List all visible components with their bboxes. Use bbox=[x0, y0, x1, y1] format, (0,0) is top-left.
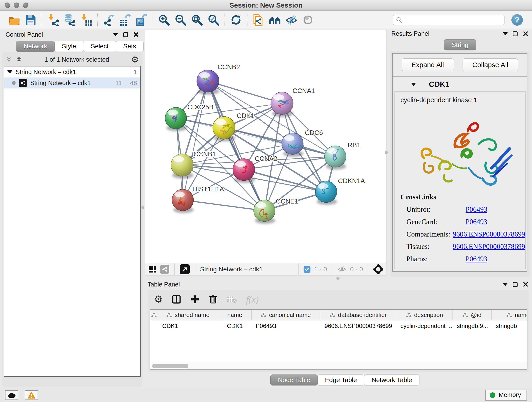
column-database-identifier[interactable]: database identifier bbox=[320, 310, 396, 320]
show-columns-icon[interactable] bbox=[172, 295, 181, 304]
tab-network[interactable]: Network bbox=[16, 41, 55, 52]
collapse-all-icon[interactable] bbox=[6, 56, 12, 63]
create-column-icon[interactable] bbox=[190, 295, 199, 304]
entry-header[interactable]: CDK1 bbox=[394, 77, 526, 92]
export-network-button[interactable] bbox=[102, 13, 115, 27]
zoom-fit-button[interactable] bbox=[190, 13, 204, 27]
crosslink-link[interactable]: 9606.ENSP00000378699 bbox=[453, 230, 525, 238]
search-input[interactable] bbox=[402, 16, 501, 23]
crosslink-label: Compartments: bbox=[406, 230, 453, 238]
network-row[interactable]: String Network – cdk1 11 48 bbox=[4, 77, 140, 89]
crosslink-row: GeneCard: P06493 bbox=[400, 218, 525, 226]
gear-icon[interactable]: ⚙ bbox=[131, 55, 139, 64]
column-canonical-name[interactable]: canonical name bbox=[252, 310, 320, 320]
delete-column-icon[interactable] bbox=[209, 295, 218, 304]
horizontal-splitter-handle[interactable] bbox=[336, 277, 340, 280]
tab-edge-table[interactable]: Edge Table bbox=[317, 375, 365, 385]
expand-all-icon[interactable] bbox=[16, 56, 22, 63]
show-details-button[interactable] bbox=[301, 13, 315, 27]
control-panel: Control Panel × Network Style Select Set… bbox=[2, 30, 143, 386]
panel-close-icon[interactable]: × bbox=[523, 281, 528, 288]
collection-caret-icon[interactable] bbox=[7, 70, 12, 74]
panel-menu-icon[interactable] bbox=[503, 32, 508, 35]
table-horizontal-scrollbar[interactable] bbox=[150, 363, 527, 370]
zoom-out-button[interactable] bbox=[174, 13, 187, 27]
crosslink-link[interactable]: P06493 bbox=[466, 255, 487, 263]
import-network-from-database-button[interactable] bbox=[63, 13, 76, 27]
column-label: database identifier bbox=[338, 312, 386, 319]
open-session-button[interactable] bbox=[7, 13, 21, 27]
crosslink-row: Uniprot: P06493 bbox=[400, 205, 525, 214]
crosslink-link[interactable]: P06493 bbox=[466, 218, 487, 226]
zoom-selected-button[interactable] bbox=[207, 13, 220, 27]
function-builder-icon-disabled: f(x) bbox=[246, 294, 259, 305]
column-shared-name[interactable]: shared name bbox=[158, 310, 218, 320]
save-session-button[interactable] bbox=[24, 13, 38, 27]
show-all-networks-button[interactable] bbox=[268, 13, 282, 27]
toolbar-separator bbox=[152, 13, 153, 26]
panel-float-icon[interactable] bbox=[513, 282, 518, 287]
search-box[interactable] bbox=[393, 15, 505, 25]
network-canvas[interactable]: CCNB2CCNA1CDC25BCDK1CDC6RB1CCNB1CCNA2CDK… bbox=[145, 30, 387, 263]
network-label: String Network – cdk1 bbox=[30, 80, 91, 87]
network-node-label-RB1: RB1 bbox=[348, 141, 360, 149]
column-description[interactable]: description bbox=[396, 310, 453, 320]
export-table-button[interactable] bbox=[118, 13, 132, 27]
tab-string[interactable]: String bbox=[444, 39, 476, 51]
node-result-entry: CDK1 cyclin-dependent kinase 1 bbox=[392, 77, 527, 272]
string-results-actions: Expand All Collapse All bbox=[392, 53, 527, 77]
string-import-button[interactable] bbox=[252, 13, 265, 27]
tab-network-table[interactable]: Network Table bbox=[364, 375, 420, 385]
crosslink-link[interactable]: P06493 bbox=[466, 205, 487, 214]
network-edge-CCNB2-HIST1H1A[interactable] bbox=[183, 81, 208, 200]
help-button[interactable]: ? bbox=[511, 14, 523, 26]
warnings-button[interactable] bbox=[25, 390, 38, 400]
row-handle-column[interactable] bbox=[150, 310, 158, 320]
expand-all-button[interactable]: Expand All bbox=[402, 58, 454, 71]
collection-label: String Network – cdk1 bbox=[16, 69, 76, 76]
memory-button[interactable]: Memory bbox=[485, 390, 527, 401]
selected-checkbox-icon[interactable] bbox=[304, 266, 310, 273]
network-edge-CCNB2-CCNA1[interactable] bbox=[208, 81, 282, 103]
main-toolbar: ? bbox=[0, 11, 532, 29]
export-image-button[interactable] bbox=[135, 13, 148, 27]
network-edge-HIST1H1A-CCNE1[interactable] bbox=[183, 200, 264, 211]
import-table-from-file-button[interactable] bbox=[79, 13, 93, 27]
entry-body: cyclin-dependent kinase 1 bbox=[394, 92, 526, 269]
network-collection-row[interactable]: String Network – cdk1 1 bbox=[4, 66, 140, 77]
table-header-row: shared name name canonical name database… bbox=[150, 310, 527, 320]
column-id[interactable]: @id bbox=[453, 310, 492, 320]
panel-close-icon[interactable]: × bbox=[133, 31, 139, 38]
collapse-all-button[interactable]: Collapse All bbox=[462, 58, 518, 71]
tab-node-table[interactable]: Node Table bbox=[270, 375, 318, 385]
control-panel-tabs: Network Style Select Sets bbox=[16, 41, 143, 52]
tab-sets[interactable]: Sets bbox=[116, 41, 144, 52]
column-name[interactable]: name bbox=[218, 310, 252, 320]
window-title: Session: New Session bbox=[0, 1, 532, 9]
panel-menu-icon[interactable] bbox=[113, 33, 118, 36]
network-node-label-CDC6: CDC6 bbox=[305, 129, 323, 136]
panel-menu-icon[interactable] bbox=[503, 283, 508, 286]
scrollbar-thumb[interactable] bbox=[152, 364, 188, 368]
panel-close-icon[interactable]: × bbox=[523, 30, 528, 37]
panel-float-icon[interactable] bbox=[513, 32, 518, 36]
import-network-from-file-button[interactable] bbox=[46, 13, 60, 27]
table-row[interactable]: CDK1 CDK1 P06493 9606.ENSP00000378699 cy… bbox=[150, 320, 527, 332]
right-splitter-handle[interactable] bbox=[385, 151, 388, 154]
apply-layout-button[interactable] bbox=[229, 13, 243, 27]
network-list-header: 1 of 1 Network selected ⚙ bbox=[4, 54, 141, 65]
zoom-in-button[interactable] bbox=[157, 13, 171, 27]
tab-style[interactable]: Style bbox=[54, 41, 84, 52]
grid-view-icon[interactable] bbox=[148, 265, 157, 274]
table-options-icon[interactable]: ⚙ bbox=[154, 294, 163, 304]
crosshair-icon[interactable] bbox=[373, 264, 383, 274]
crosslink-link[interactable]: 9606.ENSP00000378699 bbox=[453, 242, 525, 251]
column-namespace[interactable]: namespace bbox=[492, 310, 527, 320]
hide-details-button[interactable] bbox=[285, 13, 298, 27]
entry-caret-icon[interactable] bbox=[411, 83, 416, 86]
cloud-status-button[interactable] bbox=[5, 390, 18, 400]
panel-float-icon[interactable] bbox=[123, 32, 128, 37]
zoom-out-icon bbox=[174, 13, 187, 26]
tab-select[interactable]: Select bbox=[83, 41, 116, 52]
birdseye-toggle-icon[interactable] bbox=[180, 264, 190, 274]
